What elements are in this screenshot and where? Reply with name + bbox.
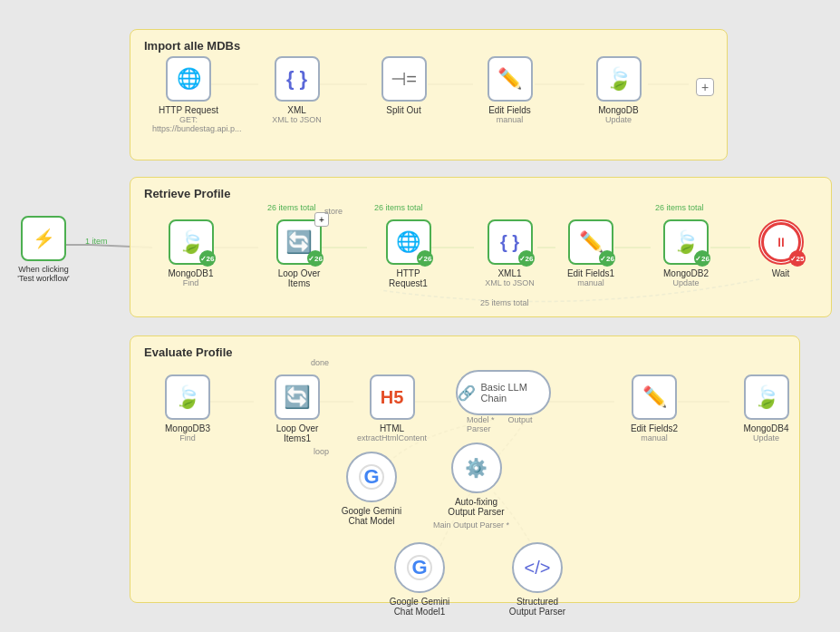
loop-label: loop	[314, 447, 329, 456]
mongodb3-sublabel: Find	[179, 433, 196, 442]
node-http-request[interactable]: 🌐 HTTP Request GET: https://bundestag.ap…	[157, 56, 220, 133]
edit-fields-label: Edit Fields	[488, 105, 531, 115]
badge-edit1: ✓26	[599, 250, 615, 267]
workflow-canvas: Import alle MDBs Retrieve Profile Evalua…	[0, 0, 840, 632]
node-mongodb2[interactable]: 🍃 ✓26 MongoDB2 Update 26 items total	[655, 219, 717, 287]
link-label-1item: 1 item	[85, 237, 108, 246]
loop-items-label: Loop Over Items	[267, 268, 331, 288]
node-split-out[interactable]: ⊣= Split Out	[374, 56, 433, 115]
node-structured-output[interactable]: </> Structured Output Parser	[497, 542, 578, 617]
trigger-label: When clicking 'Test workflow'	[12, 265, 75, 283]
mongodb1-sublabel: Find	[183, 278, 199, 287]
mongodb4-label: MongoDB4	[743, 423, 788, 433]
node-google-gemini[interactable]: G Google Gemini Chat Model	[331, 452, 412, 526]
edit-fields2-sublabel: manual	[641, 433, 668, 442]
loop-items1-label: Loop Over Items1	[266, 423, 329, 443]
node-edit-fields[interactable]: ✏️ Edit Fields manual	[480, 56, 539, 124]
node-mongodb3[interactable]: 🍃 MongoDB3 Find	[157, 374, 218, 442]
xml1-count: 25 items total	[480, 298, 529, 307]
add-node-button[interactable]: +	[696, 78, 714, 96]
edit-fields1-label: Edit Fields1	[567, 268, 614, 278]
node-html[interactable]: H5 HTML extractHtmlContent	[358, 374, 426, 442]
google-gemini-label: Google Gemini Chat Model	[340, 506, 403, 526]
mongodb2-label: MongoDB2	[663, 268, 709, 278]
auto-fixing-label: Auto-fixing Output Parser	[445, 497, 508, 517]
node-xml1[interactable]: { } ✓26 XML1 XML to JSON 25 items total	[480, 219, 539, 287]
html-label: HTML	[380, 423, 404, 433]
structured-output-label: Structured Output Parser	[506, 597, 569, 617]
http-request1-label: HTTP Request1	[377, 268, 440, 288]
group-retrieve-title: Retrieve Profile	[144, 187, 817, 200]
node-edit-fields2[interactable]: ✏️ Edit Fields2 manual	[623, 374, 685, 442]
badge-mongo1: ✓26	[199, 250, 216, 267]
node-edit-fields1[interactable]: ✏️ ✓26 Edit Fields1 manual	[560, 219, 622, 287]
node-mongodb4[interactable]: 🍃 MongoDB4 Update	[737, 374, 796, 442]
group-import-title: Import alle MDBs	[144, 39, 713, 53]
edit-fields2-label: Edit Fields2	[631, 423, 678, 433]
http-request-sublabel: GET: https://bundestag.api.p...	[152, 115, 225, 133]
google-gemini1-label: Google Gemini Chat Model1	[388, 597, 451, 617]
http-request-label: HTTP Request	[159, 105, 218, 115]
node-http-request1[interactable]: 🌐 ✓26 HTTP Request1 26 items total	[374, 219, 442, 288]
edit-fields-sublabel: manual	[497, 115, 524, 124]
node-loop-items1[interactable]: 🔄 Loop Over Items1 done loop	[261, 374, 333, 443]
loop-items-count: 26 items total	[267, 203, 316, 212]
split-out-label: Split Out	[386, 105, 420, 115]
node-xml[interactable]: { } XML XML to JSON	[267, 56, 326, 124]
mongodb2-sublabel: Update	[672, 278, 699, 287]
badge-mongo2: ✓26	[694, 250, 710, 267]
store-label: store	[324, 207, 343, 216]
done-label: done	[311, 358, 329, 367]
node-google-gemini1[interactable]: G Google Gemini Chat Model1	[379, 542, 460, 617]
badge-wait: ✓25	[789, 250, 806, 267]
mongodb4-sublabel: Update	[753, 433, 779, 442]
node-mongodb[interactable]: 🍃 MongoDB Update	[589, 56, 648, 124]
wait-label: Wait	[772, 268, 790, 278]
node-loop-items[interactable]: 🔄 ✓26 + Loop Over Items 26 items total	[263, 219, 335, 288]
llm-sublabel: Model * Output Parser	[467, 415, 539, 433]
mongodb3-label: MongoDB3	[165, 423, 210, 433]
mongodb-sublabel: Update	[605, 115, 632, 124]
node-auto-fixing[interactable]: ⚙️ Auto-fixing Output Parser Main Output…	[433, 442, 519, 517]
http1-count: 26 items total	[374, 203, 423, 212]
mongodb1-label: MongoDB1	[168, 268, 213, 278]
mongo2-count: 26 items total	[655, 203, 704, 212]
group-evaluate-title: Evaluate Profile	[144, 345, 786, 359]
badge-loop: ✓26	[307, 250, 323, 267]
node-trigger[interactable]: ⚡ When clicking 'Test workflow'	[7, 216, 80, 283]
node-wait[interactable]: ⏸ ✓25 Wait	[756, 219, 806, 278]
node-mongodb1[interactable]: 🍃 ✓26 MongoDB1 Find	[157, 219, 225, 287]
badge-http1: ✓26	[417, 250, 433, 267]
xml1-label: XML1	[497, 268, 521, 278]
html-sublabel: extractHtmlContent	[357, 433, 427, 442]
edit-fields1-sublabel: manual	[577, 278, 604, 287]
xml-sublabel: XML to JSON	[272, 115, 322, 124]
main-output-label: Main Output Parser *	[433, 520, 509, 530]
badge-xml1: ✓26	[518, 250, 535, 267]
xml1-sublabel: XML to JSON	[485, 278, 535, 287]
xml-label: XML	[287, 105, 306, 115]
mongodb-label: MongoDB	[598, 105, 638, 115]
node-basic-llm[interactable]: 🔗 Basic LLM Chain Model * Output Parser	[453, 370, 553, 433]
